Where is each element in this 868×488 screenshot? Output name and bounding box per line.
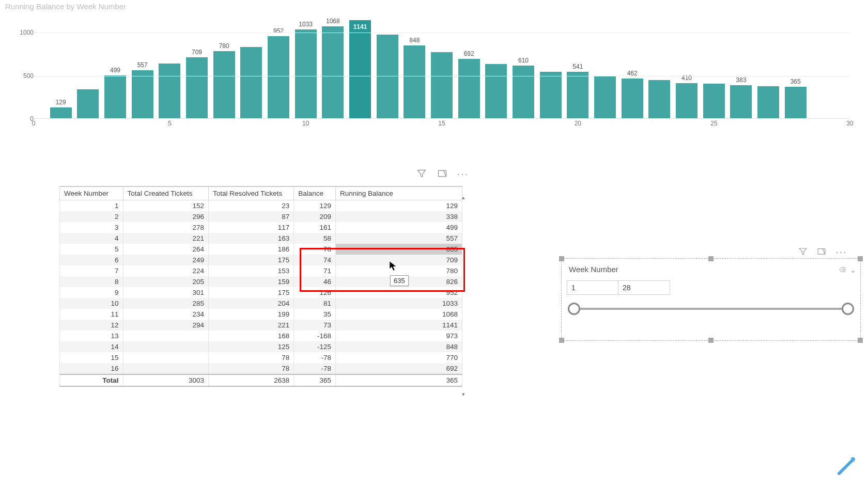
table-cell[interactable]: 557 [335, 233, 462, 244]
table-cell[interactable]: 199 [208, 309, 293, 320]
column-header[interactable]: Balance [294, 186, 336, 200]
table-cell[interactable]: 175 [208, 255, 293, 265]
table-cell[interactable]: 125 [208, 341, 293, 352]
table-cell[interactable]: -168 [294, 330, 336, 341]
table-cell[interactable]: 71 [294, 265, 336, 276]
table-cell[interactable]: 126 [294, 287, 336, 298]
table-cell[interactable]: -78 [294, 363, 336, 374]
table-cell[interactable]: 129 [335, 200, 462, 212]
filter-icon[interactable] [798, 247, 808, 258]
table-cell[interactable]: 848 [335, 341, 462, 352]
table-cell[interactable]: 7 [60, 265, 123, 276]
chevron-down-icon[interactable]: ⌄ [850, 266, 856, 275]
table-row[interactable]: 10285204811033 [60, 298, 462, 309]
table-cell[interactable]: 709 [335, 255, 462, 265]
table-cell[interactable]: 224 [123, 265, 208, 276]
bar-week-24[interactable]: 410 [676, 83, 698, 118]
table-cell[interactable]: 9 [60, 287, 123, 298]
table-row[interactable]: 1678-78692 [60, 363, 462, 374]
table-row[interactable]: 12294221731141 [60, 320, 462, 330]
slider-max-handle[interactable] [842, 303, 854, 315]
bar-week-3[interactable]: 499 [104, 75, 126, 118]
table-cell[interactable]: 692 [335, 363, 462, 374]
bar-week-26[interactable]: 383 [730, 85, 752, 118]
table-cell[interactable]: 285 [123, 298, 208, 309]
table-cell[interactable]: 204 [208, 298, 293, 309]
table-cell[interactable]: 234 [123, 309, 208, 320]
table-cell[interactable]: 175 [208, 287, 293, 298]
table-cell[interactable]: 58 [294, 233, 336, 244]
table-cell[interactable]: 87 [208, 211, 293, 222]
table-row[interactable]: 624917574709 [60, 255, 462, 265]
table-cell[interactable]: 35 [294, 309, 336, 320]
bar-week-28[interactable]: 365 [785, 87, 807, 118]
table-row[interactable]: 722415371780 [60, 265, 462, 276]
table-row[interactable]: 13168-168973 [60, 330, 462, 341]
table-cell[interactable]: 952 [335, 287, 462, 298]
table-cell[interactable]: -125 [294, 341, 336, 352]
table-cell[interactable]: 1033 [335, 298, 462, 309]
bar-week-2[interactable] [77, 89, 99, 118]
table-row[interactable]: 3278117161499 [60, 222, 462, 233]
slicer-slider[interactable] [574, 308, 848, 310]
chart-plot[interactable]: 1294995577097809521033106811418486926105… [34, 15, 850, 119]
table-cell[interactable]: 12 [60, 320, 123, 330]
table-cell[interactable]: 1 [60, 200, 123, 212]
bar-week-18[interactable]: 610 [513, 66, 534, 118]
more-options-icon[interactable]: ··· [835, 247, 847, 258]
bar-week-6[interactable]: 709 [186, 57, 208, 118]
bar-week-20[interactable]: 541 [567, 72, 588, 118]
table-cell[interactable]: 15 [60, 352, 123, 363]
table-cell[interactable]: 294 [123, 320, 208, 330]
focus-mode-icon[interactable] [437, 168, 448, 179]
table-cell[interactable]: 161 [294, 222, 336, 233]
table-cell[interactable]: 209 [294, 211, 336, 222]
table-cell[interactable] [123, 352, 208, 363]
table-cell[interactable]: 81 [294, 298, 336, 309]
table-row[interactable]: 9301175126952 [60, 287, 462, 298]
table-row[interactable]: 229687209338 [60, 211, 462, 222]
table-cell[interactable]: 205 [123, 276, 208, 287]
table-cell[interactable]: 117 [208, 222, 293, 233]
table-cell[interactable]: 296 [123, 211, 208, 222]
bar-week-14[interactable]: 848 [404, 45, 425, 118]
table-cell[interactable]: 23 [208, 200, 293, 212]
table-cell[interactable]: 74 [294, 255, 336, 265]
table-cell[interactable] [123, 330, 208, 341]
table-cell[interactable]: 16 [60, 363, 123, 374]
scroll-down-icon[interactable]: ▾ [460, 390, 467, 398]
table-cell[interactable]: 635 [335, 244, 462, 255]
bar-week-15[interactable] [431, 52, 453, 118]
bar-week-7[interactable]: 780 [213, 51, 235, 118]
table-cell[interactable]: 78 [208, 363, 293, 374]
more-options-icon[interactable]: ··· [457, 168, 469, 179]
table-cell[interactable]: 73 [294, 320, 336, 330]
scroll-up-icon[interactable]: ▴ [460, 194, 467, 201]
table-cell[interactable]: 46 [294, 276, 336, 287]
table-row[interactable]: 422116358557 [60, 233, 462, 244]
table-cell[interactable]: 129 [294, 200, 336, 212]
column-header[interactable]: Week Number [60, 186, 123, 200]
table-cell[interactable]: 264 [123, 244, 208, 255]
bar-week-17[interactable] [485, 64, 507, 119]
table-cell[interactable]: 13 [60, 330, 123, 341]
column-header[interactable]: Total Created Tickets [123, 186, 208, 200]
table-cell[interactable]: 3 [60, 222, 123, 233]
bar-week-11[interactable]: 1068 [322, 26, 344, 118]
table-cell[interactable]: 338 [335, 211, 462, 222]
clear-selection-icon[interactable] [839, 266, 846, 275]
table-cell[interactable]: 11 [60, 309, 123, 320]
slider-min-handle[interactable] [568, 303, 580, 315]
table-row[interactable]: 1578-78770 [60, 352, 462, 363]
bar-week-25[interactable] [703, 84, 725, 118]
table-row[interactable]: 115223129129 [60, 200, 462, 212]
table-cell[interactable]: 780 [335, 265, 462, 276]
table-cell[interactable]: 186 [208, 244, 293, 255]
slicer-max-input[interactable] [618, 280, 670, 295]
bar-week-22[interactable]: 462 [622, 78, 643, 118]
bar-week-19[interactable] [540, 72, 562, 118]
column-header[interactable]: Running Balance [335, 186, 462, 200]
table-cell[interactable]: 10 [60, 298, 123, 309]
bar-week-21[interactable] [594, 76, 616, 119]
table-cell[interactable] [123, 341, 208, 352]
